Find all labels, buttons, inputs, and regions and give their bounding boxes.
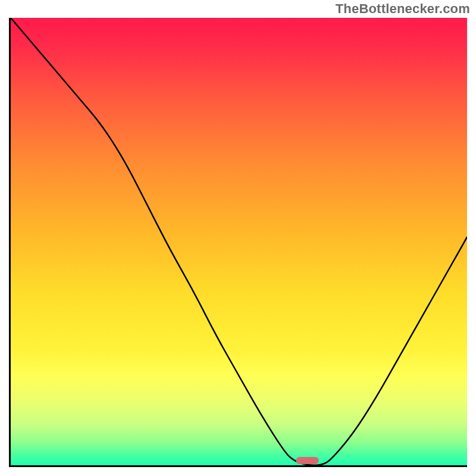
plot-area bbox=[9, 18, 467, 467]
chart-root: TheBottlenecker.com bbox=[0, 0, 476, 476]
optimal-marker bbox=[296, 457, 318, 464]
watermark-label: TheBottlenecker.com bbox=[336, 1, 470, 17]
gradient-background bbox=[11, 18, 467, 465]
chart-svg bbox=[11, 18, 467, 465]
